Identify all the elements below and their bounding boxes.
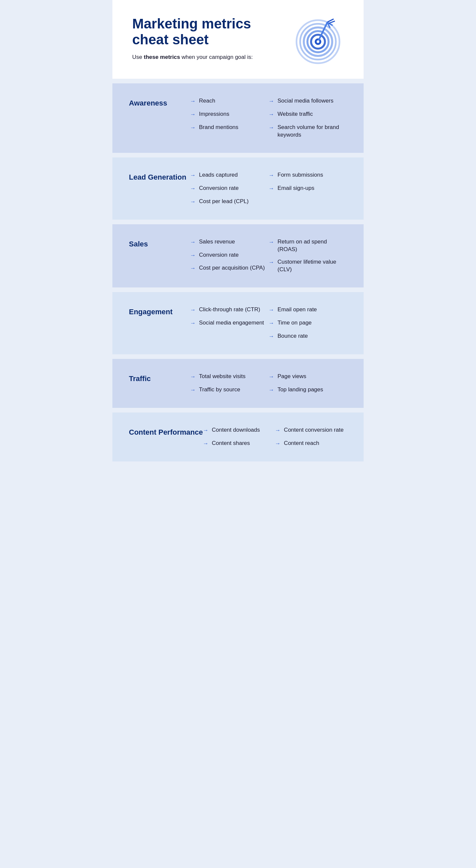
metric-text: Email sign-ups — [278, 185, 315, 192]
metric-text: Reach — [199, 97, 215, 105]
arrow-icon: → — [190, 185, 196, 192]
arrow-icon: → — [275, 427, 281, 434]
metrics-columns-sales: →Sales revenue→Conversion rate→Cost per … — [190, 238, 347, 274]
metric-text: Total website visits — [199, 373, 246, 380]
metrics-columns-lead-generation: →Leads captured→Conversion rate→Cost per… — [190, 172, 347, 206]
arrow-icon: → — [269, 319, 274, 327]
arrow-icon: → — [190, 239, 196, 246]
section-traffic: Traffic→Total website visits→Traffic by … — [112, 359, 364, 408]
arrow-icon: → — [269, 259, 274, 266]
arrow-icon: → — [190, 265, 196, 272]
metric-item: →Email open rate — [269, 306, 347, 314]
section-sales: Sales→Sales revenue→Conversion rate→Cost… — [112, 224, 364, 288]
section-engagement: Engagement→Click-through rate (CTR)→Soci… — [112, 292, 364, 354]
metric-text: Click-through rate (CTR) — [199, 306, 260, 314]
svg-line-11 — [329, 21, 335, 23]
arrow-icon: → — [269, 172, 274, 179]
metric-item: →Leads captured — [190, 172, 269, 179]
metrics-col-sales-1: →Sales revenue→Conversion rate→Cost per … — [190, 238, 269, 274]
metrics-col-engagement-2: →Email open rate→Time on page→Bounce rat… — [269, 306, 347, 340]
header-text: Marketing metrics cheat sheet Use these … — [132, 16, 287, 61]
metrics-columns-traffic: →Total website visits→Traffic by source→… — [190, 373, 347, 394]
metric-text: Leads captured — [199, 172, 238, 179]
metric-text: Website traffic — [278, 111, 313, 118]
metrics-columns-content-performance: →Content downloads→Content shares→Conten… — [203, 426, 347, 447]
arrow-icon: → — [190, 172, 196, 179]
arrow-icon: → — [269, 333, 274, 340]
metric-item: →Website traffic — [269, 111, 347, 118]
arrow-icon: → — [203, 440, 209, 447]
metric-text: Customer lifetime value (CLV) — [278, 258, 347, 274]
svg-point-9 — [317, 40, 319, 43]
arrow-icon: → — [269, 306, 274, 314]
metric-item: →Brand mentions — [190, 124, 269, 132]
arrow-icon: → — [269, 124, 274, 132]
metrics-col-sales-2: →Return on ad spend (ROAS)→Customer life… — [269, 238, 347, 274]
bottom-spacer — [112, 466, 364, 476]
category-label-traffic: Traffic — [129, 373, 190, 384]
metric-text: Impressions — [199, 111, 229, 118]
arrow-icon: → — [275, 440, 281, 447]
metric-item: →Content conversion rate — [275, 426, 347, 434]
metric-text: Return on ad spend (ROAS) — [278, 238, 347, 253]
metric-text: Traffic by source — [199, 386, 240, 394]
metric-item: →Form submissions — [269, 172, 347, 179]
metric-item: →Email sign-ups — [269, 185, 347, 192]
arrow-icon: → — [269, 239, 274, 246]
metrics-col-engagement-1: →Click-through rate (CTR)→Social media e… — [190, 306, 269, 340]
header-section: Marketing metrics cheat sheet Use these … — [112, 0, 364, 79]
subtitle-plain: Use — [132, 54, 144, 60]
metric-text: Content shares — [212, 440, 250, 447]
metric-text: Form submissions — [278, 172, 323, 179]
metric-text: Email open rate — [278, 306, 317, 314]
category-label-sales: Sales — [129, 238, 190, 249]
metric-text: Search volume for brand keywords — [278, 124, 347, 139]
metric-text: Brand mentions — [199, 124, 238, 131]
metric-item: →Return on ad spend (ROAS) — [269, 238, 347, 253]
subtitle-end: when your campaign goal is: — [180, 54, 253, 60]
metric-text: Bounce rate — [278, 333, 308, 340]
category-label-engagement: Engagement — [129, 306, 190, 317]
metric-item: →Social media engagement — [190, 319, 269, 327]
metric-item: →Page views — [269, 373, 347, 381]
page-title: Marketing metrics cheat sheet — [132, 16, 287, 48]
metrics-col-content-performance-2: →Content conversion rate→Content reach — [275, 426, 347, 447]
arrow-icon: → — [269, 185, 274, 192]
metric-text: Top landing pages — [278, 386, 323, 394]
metric-item: →Time on page — [269, 319, 347, 327]
arrow-icon: → — [203, 427, 209, 434]
arrow-icon: → — [190, 98, 196, 105]
metric-item: →Search volume for brand keywords — [269, 124, 347, 139]
metric-item: →Social media followers — [269, 97, 347, 105]
arrow-icon: → — [190, 111, 196, 118]
categories-container: Awareness→Reach→Impressions→Brand mentio… — [112, 83, 364, 461]
metric-item: →Top landing pages — [269, 386, 347, 394]
metrics-columns-engagement: →Click-through rate (CTR)→Social media e… — [190, 306, 347, 340]
arrow-icon: → — [190, 252, 196, 259]
metric-item: →Click-through rate (CTR) — [190, 306, 269, 314]
metric-text: Cost per acquisition (CPA) — [199, 264, 265, 272]
metric-text: Cost per lead (CPL) — [199, 198, 248, 206]
category-label-awareness: Awareness — [129, 97, 190, 108]
metrics-col-traffic-1: →Total website visits→Traffic by source — [190, 373, 269, 394]
arrow-icon: → — [190, 319, 196, 327]
metric-item: →Customer lifetime value (CLV) — [269, 258, 347, 274]
metric-item: →Bounce rate — [269, 333, 347, 340]
arrow-icon: → — [190, 386, 196, 394]
header-subtitle: Use these metrics when your campaign goa… — [132, 54, 287, 61]
section-content-performance: Content Performance→Content downloads→Co… — [112, 412, 364, 461]
arrow-icon: → — [269, 111, 274, 118]
metrics-col-lead-generation-1: →Leads captured→Conversion rate→Cost per… — [190, 172, 269, 206]
metric-item: →Conversion rate — [190, 185, 269, 192]
metric-text: Social media followers — [278, 97, 334, 105]
category-label-lead-generation: Lead Generation — [129, 172, 190, 182]
metric-text: Conversion rate — [199, 251, 239, 259]
arrow-icon: → — [269, 373, 274, 381]
metric-item: →Cost per acquisition (CPA) — [190, 264, 269, 272]
metric-text: Conversion rate — [199, 185, 239, 192]
metric-item: →Conversion rate — [190, 251, 269, 259]
metric-item: →Cost per lead (CPL) — [190, 198, 269, 206]
metrics-col-traffic-2: →Page views→Top landing pages — [269, 373, 347, 394]
metric-item: →Reach — [190, 97, 269, 105]
arrow-icon: → — [190, 306, 196, 314]
